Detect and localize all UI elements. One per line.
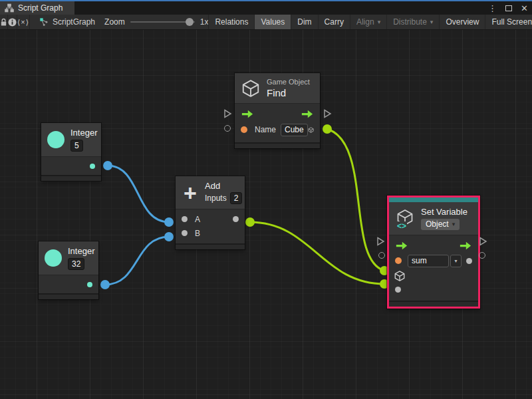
menu-icon[interactable]: ⋮ (488, 3, 497, 13)
variable-name-dropdown[interactable]: sum (408, 255, 449, 267)
graph-toolbar: ⟨×⟩ ScriptGraph Zoom 1x Relations Values… (0, 15, 532, 30)
object-port-cube-icon[interactable] (394, 270, 406, 282)
node-header: Integer 5 (41, 123, 101, 156)
flow-out-arrow-icon[interactable] (459, 241, 472, 250)
visual-scripting-window: Script Graph ⋮ ✕ ⟨×⟩ (0, 0, 532, 399)
flow-in-port[interactable] (376, 237, 385, 246)
node-category: Game Object (267, 78, 310, 86)
output-port[interactable] (466, 258, 472, 264)
node-footer (389, 301, 478, 307)
variable-name-dropdown-button[interactable]: ▾ (450, 255, 462, 267)
input-row-a: A (176, 212, 245, 226)
carry-button[interactable]: Carry (318, 15, 350, 29)
code-preview-button[interactable]: ⟨×⟩ (17, 15, 30, 29)
flow-in-port[interactable] (223, 109, 232, 118)
node-footer (176, 243, 245, 249)
port-label: A (195, 215, 200, 224)
node-title: Integer (68, 246, 94, 256)
flow-out-port[interactable] (323, 109, 332, 118)
wire-endpoints (100, 124, 389, 289)
node-body (39, 275, 98, 293)
chevron-down-icon: ▾ (378, 19, 381, 25)
dim-button[interactable]: Dim (291, 15, 317, 29)
node-integer-32[interactable]: Integer 32 (39, 241, 98, 299)
name-input-port[interactable] (241, 126, 247, 133)
object-row (389, 269, 478, 283)
node-add[interactable]: + Add Inputs 2 A B (176, 176, 245, 249)
node-body: sum ▾ (389, 235, 478, 301)
lock-button[interactable] (0, 15, 8, 29)
info-button[interactable] (8, 15, 17, 29)
node-title: Find (267, 87, 310, 98)
output-port[interactable] (87, 282, 92, 287)
integer-icon (47, 131, 65, 148)
wire-add-to-setvariable-value[interactable] (250, 222, 384, 284)
toolbar-buttons: Relations Values Dim Carry Align ▾ Distr… (208, 15, 532, 29)
wire-integer5-to-add-a[interactable] (108, 166, 169, 222)
info-icon (8, 18, 17, 27)
add-icon: + (182, 184, 199, 201)
input-port-a[interactable] (182, 216, 188, 222)
flow-out-port[interactable] (479, 237, 487, 246)
node-header: Integer 32 (39, 241, 98, 275)
node-footer (39, 293, 98, 299)
node-body: A B (176, 209, 245, 243)
maximize-icon[interactable] (505, 5, 512, 11)
variable-outer-port[interactable] (378, 252, 385, 259)
node-header: + Add Inputs 2 (176, 176, 245, 209)
zoom-slider[interactable] (130, 21, 195, 23)
flow-row (389, 239, 478, 253)
flow-out-arrow-icon[interactable] (301, 110, 314, 118)
input-port-b[interactable] (182, 230, 188, 236)
node-title: Add (205, 181, 242, 191)
param-label: Name (255, 125, 276, 134)
node-header: <> Set Variable Object ▾ (389, 202, 478, 235)
name-row: Name Cube (235, 121, 320, 138)
variable-scope-dropdown[interactable]: Object ▾ (421, 219, 460, 230)
value-input-port[interactable] (395, 287, 401, 293)
variable-name-port[interactable] (395, 257, 402, 264)
name-outer-port[interactable] (224, 125, 231, 132)
inputs-label: Inputs (205, 194, 227, 203)
result-port-cube-icon[interactable] (308, 124, 314, 136)
wire-integer32-to-add-b[interactable] (105, 237, 169, 285)
zoom-control: Zoom 1x (104, 15, 208, 29)
gameobject-cube-icon (241, 78, 261, 98)
chevron-down-icon: ▾ (452, 219, 456, 230)
input-row-b: B (176, 226, 245, 240)
tab-title: Script Graph (18, 3, 63, 13)
port-label: B (195, 229, 200, 238)
inputs-count-field[interactable]: 2 (230, 192, 243, 204)
node-footer (235, 142, 320, 148)
align-button[interactable]: Align ▾ (350, 15, 386, 29)
distribute-button[interactable]: Distribute ▾ (386, 15, 439, 29)
fullscreen-button[interactable]: Full Screen (485, 15, 532, 29)
overview-button[interactable]: Overview (439, 15, 485, 29)
output-outer-port[interactable] (479, 252, 485, 259)
node-body: Name Cube (235, 103, 320, 142)
zoom-label: Zoom (104, 17, 125, 27)
graph-canvas[interactable]: Integer 5 Integer 32 (0, 30, 532, 399)
node-header: Game Object Find (235, 73, 320, 103)
integer-value-field[interactable]: 32 (68, 258, 84, 270)
flow-in-arrow-icon[interactable] (241, 110, 254, 118)
node-body (41, 156, 101, 175)
node-title: Integer (70, 128, 97, 138)
node-set-variable[interactable]: <> Set Variable Object ▾ (387, 196, 480, 309)
close-icon[interactable]: ✕ (521, 3, 528, 13)
relations-button[interactable]: Relations (208, 15, 254, 29)
tab-script-graph[interactable]: Script Graph (0, 1, 74, 15)
name-value-field[interactable]: Cube (281, 124, 308, 136)
flow-in-arrow-icon[interactable] (395, 241, 408, 250)
node-integer-5[interactable]: Integer 5 (41, 123, 101, 181)
chevron-down-icon: ▾ (430, 19, 434, 25)
values-button[interactable]: Values (254, 15, 291, 29)
integer-value-field[interactable]: 5 (70, 140, 83, 152)
zoom-slider-handle[interactable] (186, 18, 194, 26)
integer-icon (45, 249, 62, 267)
output-port[interactable] (90, 164, 95, 169)
lock-icon (0, 18, 7, 27)
wire-find-to-setvariable-object[interactable] (327, 129, 384, 271)
node-gameobject-find[interactable]: Game Object Find Name Cube (235, 73, 320, 148)
output-port-sum[interactable] (233, 216, 239, 222)
